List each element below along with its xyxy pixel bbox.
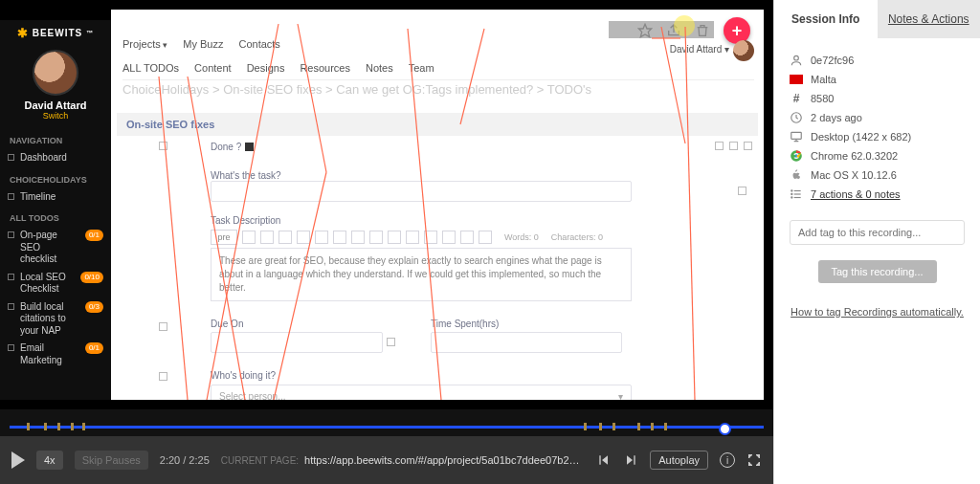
session-panel: Session Info Notes & Actions 0e72fc96 Ma… xyxy=(773,0,980,484)
tab-team[interactable]: Team xyxy=(409,62,434,74)
star-icon[interactable] xyxy=(637,23,653,38)
tag-input[interactable] xyxy=(790,220,965,245)
svg-marker-12 xyxy=(638,24,651,36)
done-checkbox[interactable] xyxy=(245,142,254,153)
task-input-icon[interactable] xyxy=(738,187,746,195)
toolbar-btn[interactable] xyxy=(460,231,474,244)
breadcrumb: ChoiceHolidays > On-site SEO fixes > Can… xyxy=(122,82,591,97)
fullscreen-icon[interactable] xyxy=(746,452,762,468)
tab-notes[interactable]: Notes xyxy=(366,62,393,74)
skip-fwd-icon[interactable] xyxy=(623,452,638,468)
tab-resources[interactable]: Resources xyxy=(300,62,350,74)
speed-button[interactable]: 4x xyxy=(36,451,63,470)
current-page: CURRENT PAGE:https://app.beewits.com/#/a… xyxy=(221,454,585,466)
nav-heading-choiceholidays: CHOICEHOLIDAYS xyxy=(0,167,111,188)
apple-icon xyxy=(790,168,803,182)
tag-help-link[interactable]: How to tag Recordings automatically. xyxy=(790,306,965,318)
toolbar-btn[interactable] xyxy=(260,231,274,244)
svg-rect-2 xyxy=(791,132,802,139)
calendar-icon[interactable] xyxy=(387,338,395,346)
brand-logo: ✱ BEEWITS™ xyxy=(0,20,111,44)
skip-pauses-button[interactable]: Skip Pauses xyxy=(75,451,148,470)
top-nav: Projects My Buzz Contacts xyxy=(122,38,280,50)
tab-designs[interactable]: Designs xyxy=(247,62,285,74)
task-input[interactable] xyxy=(211,181,632,202)
playback-timeline[interactable] xyxy=(0,409,773,436)
header-avatar[interactable] xyxy=(733,40,754,61)
list-icon xyxy=(790,187,803,201)
nav-dashboard[interactable]: Dashboard xyxy=(0,149,111,167)
toolbar-btn[interactable] xyxy=(424,231,437,244)
toolbar-btn[interactable] xyxy=(297,231,310,244)
hash-icon: # xyxy=(790,92,803,105)
tab-content[interactable]: Content xyxy=(194,62,232,74)
toolbar-btn[interactable] xyxy=(406,231,419,244)
session-os: Mac OS X 10.12.6 xyxy=(811,169,897,181)
toolbar-btn[interactable] xyxy=(315,231,328,244)
player-controls: 4x Skip Pauses 2:20 / 2:25 CURRENT PAGE:… xyxy=(0,436,773,484)
share-icon[interactable] xyxy=(666,23,681,38)
time-label: Time Spent(hrs) xyxy=(431,319,632,329)
action-box-2[interactable] xyxy=(729,142,738,150)
who-select[interactable]: Select person...▾ xyxy=(211,385,632,400)
time-display: 2:20 / 2:25 xyxy=(160,454,210,466)
project-tabs: ALL TODOs Content Designs Resources Note… xyxy=(122,62,754,80)
toolbar-btn[interactable] xyxy=(242,231,256,244)
nav-contacts[interactable]: Contacts xyxy=(238,38,279,50)
action-box-3[interactable] xyxy=(744,142,752,150)
nav-heading-alltodos: ALL TODOS xyxy=(0,206,111,227)
tab-all-todos[interactable]: ALL TODOs xyxy=(122,62,179,74)
nav-onpage-seo[interactable]: On-page SEO checklist0/1 xyxy=(0,227,111,269)
user-icon xyxy=(790,54,803,67)
toolbar-pre[interactable]: pre xyxy=(211,230,237,245)
toolbar-btn[interactable] xyxy=(369,231,383,244)
bee-icon: ✱ xyxy=(17,26,29,40)
task-label: What's the task? xyxy=(211,170,752,181)
toolbar-btn[interactable] xyxy=(333,231,346,244)
user-name: David Attard xyxy=(0,99,111,111)
action-box-1[interactable] xyxy=(715,142,724,150)
play-button[interactable] xyxy=(11,451,25,469)
tab-session-info[interactable]: Session Info xyxy=(774,0,878,38)
desc-textarea[interactable]: These are great for SEO, because they ex… xyxy=(211,248,632,301)
header-username[interactable]: David Attard ▾ xyxy=(670,44,729,55)
session-device: Desktop (1422 x 682) xyxy=(811,131,911,143)
word-count: Words: 0 xyxy=(504,232,539,242)
due-input[interactable] xyxy=(211,332,383,353)
session-number: 8580 xyxy=(811,93,834,104)
toolbar-btn[interactable] xyxy=(479,231,492,244)
info-icon[interactable]: i xyxy=(720,452,735,468)
session-actions[interactable]: 7 actions & 0 notes xyxy=(811,188,901,200)
skip-back-icon[interactable] xyxy=(596,452,612,468)
svg-point-10 xyxy=(791,193,792,194)
nav-timeline[interactable]: Timeline xyxy=(0,188,111,207)
tab-notes-actions[interactable]: Notes & Actions xyxy=(878,0,981,38)
user-avatar[interactable] xyxy=(33,50,78,96)
char-count: Characters: 0 xyxy=(551,232,603,242)
nav-local-seo[interactable]: Local SEO Checklist0/10 xyxy=(0,269,111,298)
desktop-icon xyxy=(790,130,803,143)
toolbar-btn[interactable] xyxy=(388,231,401,244)
svg-point-9 xyxy=(791,190,792,191)
section-title: On-site SEO fixes xyxy=(117,113,758,136)
toolbar-btn[interactable] xyxy=(442,231,456,244)
chrome-icon xyxy=(790,149,803,163)
nav-email-mkt[interactable]: Email Marketing0/1 xyxy=(0,340,111,369)
trash-icon[interactable] xyxy=(695,23,710,38)
session-age: 2 days ago xyxy=(811,112,862,123)
nav-mybuzz[interactable]: My Buzz xyxy=(183,38,223,50)
tag-button[interactable]: Tag this recording... xyxy=(818,260,937,283)
switch-link[interactable]: Switch xyxy=(0,111,111,121)
svg-point-11 xyxy=(791,197,792,198)
nav-citations[interactable]: Build local citations to your NAP0/3 xyxy=(0,298,111,341)
app-sidebar: ✱ BEEWITS™ David Attard Switch NAVIGATIO… xyxy=(0,20,111,400)
nav-projects[interactable]: Projects xyxy=(122,38,167,50)
chevron-down-icon: ▾ xyxy=(618,391,623,401)
autoplay-button[interactable]: Autoplay xyxy=(650,451,708,470)
toolbar-btn[interactable] xyxy=(278,231,292,244)
captured-page: + Projects My Buzz Contacts David Attard… xyxy=(111,10,764,400)
svg-point-0 xyxy=(794,55,799,60)
toolbar-btn[interactable] xyxy=(351,231,365,244)
session-id: 0e72fc96 xyxy=(811,55,854,66)
time-input[interactable] xyxy=(431,332,622,353)
